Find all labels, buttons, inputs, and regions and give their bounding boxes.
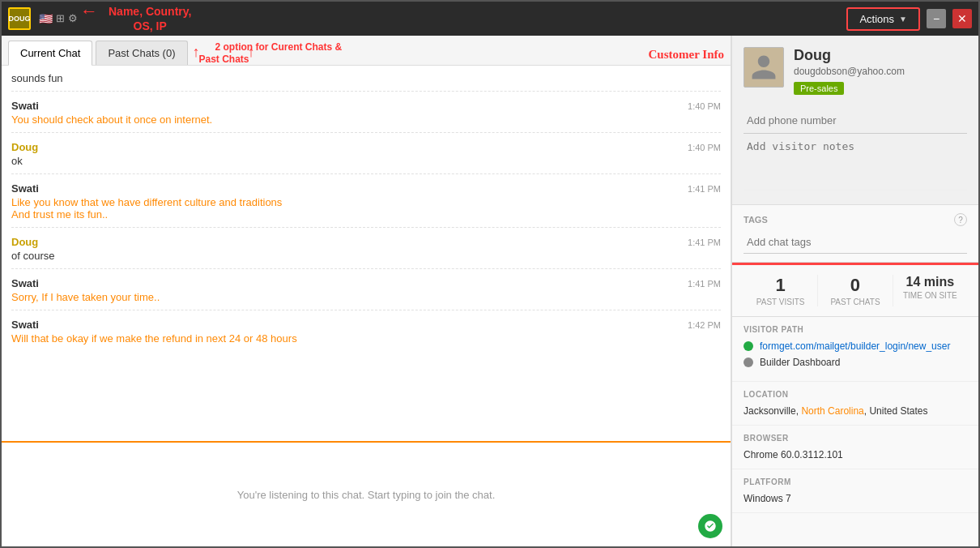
stat-value: 14 mins xyxy=(893,275,967,289)
location-title: LOCATION xyxy=(744,390,967,399)
presales-badge: Pre-sales xyxy=(794,82,844,95)
location-section: LOCATION Jacksonville, North Carolina, U… xyxy=(732,382,978,426)
path-entry-icon xyxy=(744,341,753,351)
arrow-tabs-1: ↑ xyxy=(193,44,200,61)
customer-info-section: Doug dougdobson@yahoo.com Pre-sales xyxy=(732,36,978,205)
arrow-tabs-2: ↑ xyxy=(248,44,255,61)
stat-time-on-site: 14 mins TIME ON SITE xyxy=(893,275,967,306)
annotation-name-country: Name, Country,OS, IP ← xyxy=(109,4,191,33)
message-row: Swati 1:42 PM Will that be okay if we ma… xyxy=(11,319,721,351)
flag-icon: 🇺🇸 xyxy=(39,12,53,25)
stat-value: 1 xyxy=(744,275,817,296)
customer-name: Doug xyxy=(794,47,967,64)
path-page-icon xyxy=(744,357,753,367)
arrow-left: ← xyxy=(80,1,98,22)
msg-time: 1:41 PM xyxy=(688,279,721,289)
add-tags-input[interactable] xyxy=(744,231,967,254)
chat-panel: Current Chat Past Chats (0) ↑ ↑ 2 option… xyxy=(2,36,731,546)
path-item-2[interactable]: Builder Dashboard xyxy=(744,357,967,368)
visitor-path-section: VISITOR PATH formget.com/mailget/builder… xyxy=(732,317,978,382)
message-row: Swati 1:41 PM Sorry, If I have taken you… xyxy=(11,277,721,310)
stat-value: 0 xyxy=(818,275,892,296)
msg-sender: Doug xyxy=(11,141,38,153)
tags-section: Tags ? xyxy=(732,205,978,263)
tabs-bar: Current Chat Past Chats (0) ↑ ↑ 2 option… xyxy=(2,36,731,66)
tags-header: Tags ? xyxy=(744,213,967,226)
msg-text: Like you know that we have different cul… xyxy=(11,196,721,220)
message-row: Swati 1:41 PM Like you know that we have… xyxy=(11,182,721,228)
phone-input[interactable] xyxy=(744,108,967,134)
msg-text: of course xyxy=(11,250,721,262)
msg-time: 1:40 PM xyxy=(688,101,721,111)
minimize-button[interactable]: − xyxy=(927,9,946,28)
msg-sender: Doug xyxy=(11,236,38,248)
msg-text: You should check about it once on intern… xyxy=(11,113,721,126)
user-avatar: DOUG xyxy=(8,7,31,30)
msg-sender: Swati xyxy=(11,319,39,331)
msg-text: Will that be okay if we make the refund … xyxy=(11,332,721,345)
messages-list: sounds fun Swati 1:40 PM You should chec… xyxy=(2,66,731,441)
app-container: DOUG 🇺🇸 ⊞ ⚙ Name, Country,OS, IP ← Actio… xyxy=(0,0,980,548)
stats-section: 1 PAST VISITS 0 PAST CHATS 14 mins TIME … xyxy=(732,263,978,317)
browser-title: BROWSER xyxy=(744,434,967,443)
msg-time: 1:41 PM xyxy=(688,184,721,194)
tags-label: Tags xyxy=(744,215,768,225)
chevron-down-icon: ▼ xyxy=(899,15,907,24)
avatar-icon xyxy=(749,53,778,82)
path-item-1[interactable]: formget.com/mailget/builder_login/new_us… xyxy=(744,340,967,352)
right-panel: Doug dougdobson@yahoo.com Pre-sales Tags… xyxy=(731,36,978,546)
msg-time: 1:40 PM xyxy=(688,143,721,152)
header-icons: 🇺🇸 ⊞ ⚙ xyxy=(39,12,78,25)
customer-info-annotation: Customer Info xyxy=(649,48,724,62)
annotation-two-options: ↑ ↑ 2 option for Curent Chats &Past Chat… xyxy=(199,41,343,65)
msg-sender: Swati xyxy=(11,182,39,195)
platform-section: PLATFORM Windows 7 xyxy=(732,469,978,513)
message-row: sounds fun xyxy=(11,72,721,92)
customer-email: dougdobson@yahoo.com xyxy=(794,66,967,77)
visitor-notes-input[interactable] xyxy=(744,134,967,191)
browser-value: Chrome 60.0.3112.101 xyxy=(744,449,967,460)
msg-text: sounds fun xyxy=(11,72,63,84)
stat-past-chats: 0 PAST CHATS xyxy=(817,275,892,306)
platform-title: PLATFORM xyxy=(744,477,967,486)
message-row: Swati 1:40 PM You should check about it … xyxy=(11,100,721,133)
platform-value: Windows 7 xyxy=(744,493,967,504)
listening-text: You're listening to this chat. Start typ… xyxy=(237,489,496,501)
close-button[interactable]: ✕ xyxy=(952,9,972,28)
path-text-2: Builder Dashboard xyxy=(760,357,840,368)
message-row: Doug 1:40 PM ok xyxy=(11,141,721,174)
tags-help-icon[interactable]: ? xyxy=(954,213,967,226)
main-layout: Current Chat Past Chats (0) ↑ ↑ 2 option… xyxy=(2,36,978,546)
visitor-path-title: VISITOR PATH xyxy=(744,325,967,334)
msg-sender: Swati xyxy=(11,100,39,112)
stat-label: TIME ON SITE xyxy=(893,291,967,300)
tab-current-chat[interactable]: Current Chat xyxy=(8,41,92,66)
actions-label: Actions xyxy=(859,13,894,25)
msg-text: ok xyxy=(11,155,721,167)
actions-button[interactable]: Actions ▼ xyxy=(846,7,920,31)
stat-label: PAST CHATS xyxy=(818,298,892,306)
msg-time: 1:42 PM xyxy=(688,320,721,330)
location-value: Jacksonville, North Carolina, United Sta… xyxy=(744,405,967,417)
customer-profile: Doug dougdobson@yahoo.com Pre-sales xyxy=(744,47,967,95)
tab-past-chats[interactable]: Past Chats (0) xyxy=(96,41,187,65)
windows-icon: ⊞ xyxy=(56,12,65,25)
customer-details: Doug dougdobson@yahoo.com Pre-sales xyxy=(794,47,967,95)
stat-past-visits: 1 PAST VISITS xyxy=(744,275,817,306)
header: DOUG 🇺🇸 ⊞ ⚙ Name, Country,OS, IP ← Actio… xyxy=(2,2,978,36)
customer-avatar xyxy=(744,47,784,88)
message-row: Doug 1:41 PM of course xyxy=(11,236,721,269)
send-button[interactable] xyxy=(698,514,722,538)
browser-section: BROWSER Chrome 60.0.3112.101 xyxy=(732,426,978,469)
msg-time: 1:41 PM xyxy=(688,238,721,247)
chat-input-area[interactable]: You're listening to this chat. Start typ… xyxy=(2,441,731,546)
settings-icon: ⚙ xyxy=(68,12,78,25)
stat-label: PAST VISITS xyxy=(744,298,817,306)
avatar-initial: DOUG xyxy=(9,15,31,23)
msg-sender: Swati xyxy=(11,277,39,289)
msg-text: Sorry, If I have taken your time.. xyxy=(11,291,721,303)
path-text-1: formget.com/mailget/builder_login/new_us… xyxy=(760,340,950,352)
location-state: North Carolina xyxy=(801,405,863,417)
